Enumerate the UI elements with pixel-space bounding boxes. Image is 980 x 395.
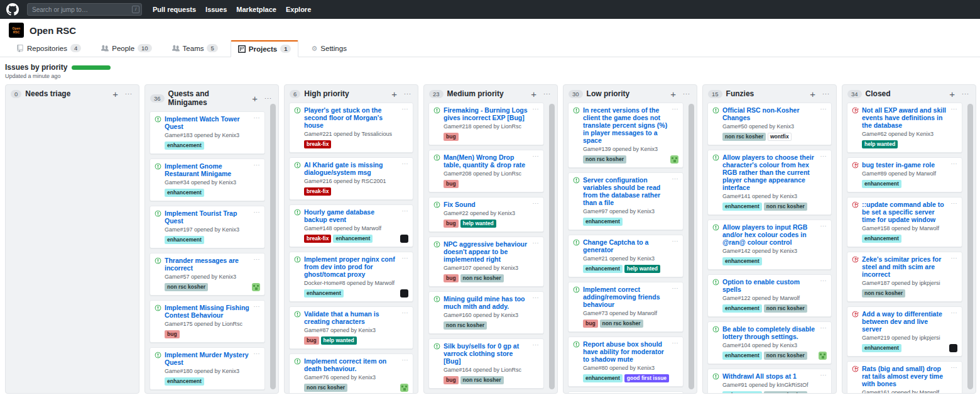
card-menu-button[interactable]: ···	[672, 286, 679, 291]
issue-title[interactable]: Zeke's scimitar prices for steel and mit…	[862, 255, 948, 278]
issue-card[interactable]: Implement correct adding/removing friend…	[568, 282, 683, 332]
nav-link-issues[interactable]: Issues	[205, 6, 227, 13]
issue-title[interactable]: Mining guild mine has too much mith and …	[444, 295, 530, 310]
issue-card[interactable]: NPC aggressive behaviour doesn't appear …	[428, 236, 544, 287]
card-menu-button[interactable]: ···	[951, 161, 958, 167]
card-menu-button[interactable]: ···	[254, 162, 261, 168]
card-menu-button[interactable]: ···	[820, 325, 827, 331]
card-menu-button[interactable]: ···	[672, 238, 679, 244]
card-menu-button[interactable]: ···	[672, 176, 679, 182]
column-scrollbar[interactable]	[689, 104, 694, 389]
github-logo[interactable]	[6, 3, 19, 16]
nav-link-explore[interactable]: Explore	[286, 6, 311, 13]
column-scrollbar[interactable]	[270, 104, 276, 389]
issue-card[interactable]: Implement Watch Tower Quest···Game#183 o…	[150, 111, 265, 154]
column-scrollbar[interactable]	[549, 104, 555, 389]
card-menu-button[interactable]: ···	[820, 278, 827, 284]
issue-title[interactable]: Implement Missing Fishing Contest Behavi…	[165, 304, 251, 319]
issue-card[interactable]: Implement Missing Fishing Contest Behavi…	[150, 300, 265, 343]
add-card-button[interactable]: +	[947, 91, 957, 97]
issue-title[interactable]: Silk buy/sells for 0 gp at varrock cloth…	[444, 342, 530, 365]
issue-title[interactable]: Hourly game database backup event	[304, 208, 399, 223]
tab-settings[interactable]: ⚙Settings	[303, 41, 354, 57]
tab-repositories[interactable]: Repositories4	[9, 40, 89, 57]
issue-card[interactable]: Allow players to choose their character'…	[707, 150, 832, 215]
column-menu-button[interactable]: ···	[124, 91, 134, 97]
column-menu-button[interactable]: ···	[961, 91, 971, 97]
issue-title[interactable]: Thrander messages are incorrect	[165, 257, 251, 272]
tab-teams[interactable]: Teams5	[165, 40, 226, 57]
issue-title[interactable]: Be able to completely disable lottery th…	[722, 325, 817, 340]
card-menu-button[interactable]: ···	[951, 310, 958, 316]
issue-card[interactable]: Able to clean muddy guam at lvl 1 [Bug]·…	[428, 393, 544, 394]
issue-card[interactable]: Implement proper nginx conf from dev int…	[289, 252, 413, 302]
org-avatar[interactable]: Open RSC	[9, 23, 24, 38]
issue-card[interactable]: Silk buy/sells for 0 gp at varrock cloth…	[428, 338, 544, 389]
issue-card[interactable]: Firemaking - Burning Logs gives incorrec…	[428, 103, 544, 145]
card-menu-button[interactable]: ···	[402, 161, 409, 167]
tab-projects[interactable]: Projects1	[231, 40, 299, 57]
issue-card[interactable]: Player's get stuck on the second floor o…	[289, 103, 413, 153]
card-menu-button[interactable]: ···	[533, 106, 540, 112]
issue-title[interactable]: Implement Gnome Restaurant Minigame	[165, 162, 251, 177]
column-menu-button[interactable]: ···	[542, 91, 552, 97]
card-menu-button[interactable]: ···	[820, 153, 827, 159]
column-menu-button[interactable]: ···	[821, 91, 831, 97]
issue-title[interactable]: Fix Sound	[444, 201, 530, 208]
issue-title[interactable]: ::update command able to be set a specif…	[862, 201, 948, 223]
card-menu-button[interactable]: ···	[402, 357, 409, 363]
nav-link-marketplace[interactable]: Marketplace	[236, 6, 276, 13]
issue-card[interactable]: Hourly game database backup event···Game…	[289, 204, 413, 247]
issue-card[interactable]: In recent versions of the client the gam…	[568, 103, 683, 168]
card-menu-button[interactable]: ···	[951, 201, 958, 206]
issue-title[interactable]: Player's get stuck on the second floor o…	[304, 106, 399, 129]
card-menu-button[interactable]: ···	[254, 351, 261, 357]
issue-title[interactable]: Add a way to differentiate between dev a…	[862, 310, 948, 333]
issue-title[interactable]: bug tester in-game role	[862, 161, 948, 169]
card-menu-button[interactable]: ···	[672, 340, 679, 346]
tab-people[interactable]: People10	[94, 40, 159, 57]
assignee-avatar[interactable]	[400, 235, 408, 243]
issue-card[interactable]: Allow players to input RGB and/or hex co…	[707, 220, 832, 270]
add-card-button[interactable]: +	[389, 91, 399, 97]
card-menu-button[interactable]: ···	[533, 201, 540, 206]
card-menu-button[interactable]: ···	[820, 223, 827, 229]
issue-card[interactable]: Server configuration variables should be…	[568, 172, 683, 230]
issue-title[interactable]: Change Captcha to a generator	[583, 238, 669, 253]
assignee-avatar[interactable]	[819, 352, 827, 360]
issue-title[interactable]: Allow players to input RGB and/or hex co…	[722, 223, 817, 246]
issue-card[interactable]: Validate that a human is creating charac…	[289, 306, 413, 349]
assignee-avatar[interactable]	[670, 155, 678, 164]
card-menu-button[interactable]: ···	[254, 209, 261, 215]
issue-card[interactable]: Not all EXP award and skill events have …	[847, 103, 962, 153]
issue-title[interactable]: Withdrawl All stops at 1	[722, 372, 817, 380]
card-menu-button[interactable]: ···	[533, 153, 540, 159]
card-menu-button[interactable]: ···	[533, 240, 540, 246]
card-menu-button[interactable]: ···	[402, 208, 409, 214]
issue-card[interactable]: Implement Tourist Trap Quest···Game#197 …	[150, 206, 265, 248]
column-menu-button[interactable]: ···	[263, 95, 273, 101]
issue-title[interactable]: Server configuration variables should be…	[583, 176, 669, 206]
issue-card[interactable]: Implement Gnome Restaurant Minigame···Ga…	[150, 159, 265, 201]
card-menu-button[interactable]: ···	[820, 106, 827, 112]
issue-card[interactable]: Man(Men) Wrong Drop table, quantity & dr…	[428, 150, 544, 192]
card-menu-button[interactable]: ···	[951, 255, 958, 261]
issue-title[interactable]: Man(Men) Wrong Drop table, quantity & dr…	[444, 153, 530, 169]
issue-card[interactable]: Official RSC non-Kosher Changes···Game#5…	[707, 103, 832, 145]
issue-title[interactable]: Implement Watch Tower Quest	[165, 115, 251, 130]
column-scrollbar[interactable]	[967, 104, 973, 389]
add-card-button[interactable]: +	[111, 91, 120, 97]
issue-title[interactable]: In recent versions of the client the gam…	[583, 106, 669, 144]
issue-card[interactable]: Implement correct item on death behaviou…	[289, 353, 413, 394]
issue-card[interactable]: Option to enable custom spells···Game#12…	[707, 274, 832, 317]
add-card-button[interactable]: +	[250, 95, 259, 102]
card-menu-button[interactable]: ···	[254, 304, 261, 309]
assignee-avatar[interactable]	[400, 289, 408, 298]
add-card-button[interactable]: +	[668, 91, 678, 97]
assignee-avatar[interactable]	[949, 344, 957, 352]
issue-card[interactable]: Withdrawl All stops at 1···Game#91 opene…	[707, 369, 832, 394]
issue-title[interactable]: NPC aggressive behaviour doesn't appear …	[444, 240, 530, 263]
issue-card[interactable]: Implement Murder Mystery Quest···Game#18…	[150, 347, 265, 390]
issue-title[interactable]: Report abuse box should have ability for…	[583, 340, 669, 363]
issue-card[interactable]: Fix Sound···Game#22 opened by Kenix3bugh…	[428, 197, 544, 232]
